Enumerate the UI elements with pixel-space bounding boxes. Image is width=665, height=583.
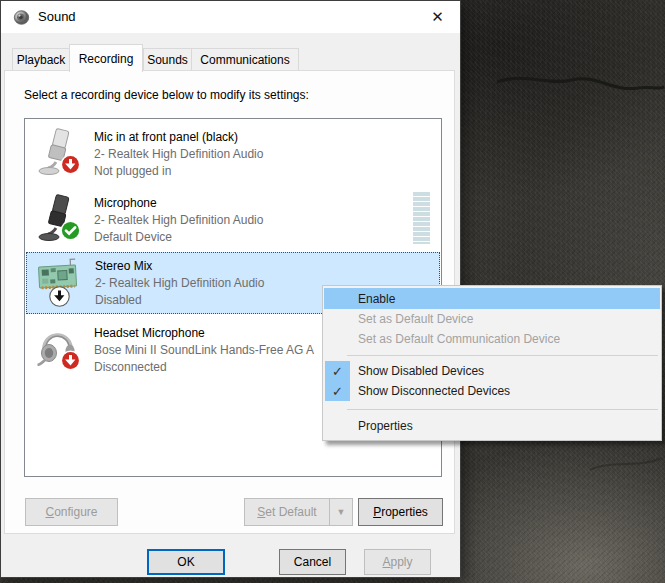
- device-name: Microphone: [94, 196, 157, 210]
- device-description: 2- Realtek High Definition Audio: [94, 147, 263, 161]
- not-plugged-in-badge: [60, 154, 81, 175]
- default-device-badge: [60, 220, 81, 241]
- device-description: Bose Mini II SoundLink Hands-Free AG A: [94, 343, 314, 357]
- microphone-icon: [37, 127, 79, 177]
- menu-item-set-as-default-device[interactable]: Set as Default Device: [324, 309, 660, 329]
- tab-label: Sounds: [147, 53, 188, 67]
- context-menu: Enable Set as Default Device Set as Defa…: [322, 285, 662, 441]
- menu-item-label: Properties: [358, 419, 413, 433]
- menu-item-label: Show Disconnected Devices: [358, 384, 510, 398]
- tab-playback[interactable]: Playback: [12, 48, 70, 71]
- button-label: OK: [177, 555, 194, 569]
- instruction-text: Select a recording device below to modif…: [24, 88, 309, 102]
- screen: Sound ✕ Playback Recording Sounds Commun…: [0, 0, 665, 583]
- headset-icon: [37, 323, 79, 373]
- menu-item-properties[interactable]: Properties: [324, 415, 660, 436]
- device-description: 2- Realtek High Definition Audio: [95, 276, 264, 290]
- menu-item-label: Set as Default Device: [358, 312, 473, 326]
- menu-item-enable[interactable]: Enable: [324, 288, 660, 309]
- check-icon: ✓: [325, 381, 350, 401]
- tab-communications[interactable]: Communications: [191, 48, 299, 71]
- menu-item-label: Set as Default Communication Device: [358, 332, 560, 346]
- set-default-button[interactable]: Set Default: [244, 498, 330, 526]
- device-description: 2- Realtek High Definition Audio: [94, 213, 263, 227]
- menu-item-show-disabled-devices[interactable]: ✓ Show Disabled Devices: [324, 361, 660, 381]
- properties-button[interactable]: Properties: [358, 498, 443, 526]
- close-icon: ✕: [431, 8, 444, 26]
- sound-card-icon: [38, 256, 80, 306]
- disabled-badge: [49, 286, 70, 307]
- disconnected-badge: [60, 350, 81, 371]
- check-icon: ✓: [325, 361, 350, 381]
- title-bar[interactable]: Sound ✕: [1, 1, 460, 33]
- window-title: Sound: [38, 9, 76, 24]
- device-row-microphone[interactable]: Microphone 2- Realtek High Definition Au…: [26, 190, 440, 252]
- ok-button[interactable]: OK: [147, 549, 225, 575]
- device-name: Stereo Mix: [95, 259, 152, 273]
- button-label: Properties: [373, 505, 428, 519]
- menu-separator: [347, 409, 658, 410]
- apply-button[interactable]: Apply: [364, 549, 431, 575]
- close-button[interactable]: ✕: [415, 1, 460, 32]
- button-label: Apply: [382, 555, 412, 569]
- set-default-dropdown-button[interactable]: ▼: [329, 498, 353, 526]
- device-name: Mic in at front panel (black): [94, 130, 238, 144]
- configure-button[interactable]: Configure: [25, 498, 118, 526]
- menu-item-label: Show Disabled Devices: [358, 364, 484, 378]
- tab-label: Recording: [79, 52, 134, 66]
- button-label: Set Default: [257, 505, 316, 519]
- menu-item-show-disconnected-devices[interactable]: ✓ Show Disconnected Devices: [324, 381, 660, 401]
- menu-item-set-as-default-communication-device[interactable]: Set as Default Communication Device: [324, 329, 660, 349]
- device-status: Not plugged in: [94, 164, 171, 178]
- device-status: Default Device: [94, 230, 172, 244]
- microphone-dark-icon: [37, 193, 79, 243]
- device-status: Disabled: [95, 293, 142, 307]
- menu-item-label: Enable: [358, 292, 395, 306]
- tab-label: Communications: [200, 53, 289, 67]
- menu-separator: [347, 355, 658, 356]
- button-label: Configure: [45, 505, 97, 519]
- speaker-icon: [13, 9, 30, 26]
- tab-recording[interactable]: Recording: [69, 44, 143, 72]
- tab-sounds[interactable]: Sounds: [143, 48, 192, 71]
- device-status: Disconnected: [94, 360, 167, 374]
- device-row-mic-front-panel[interactable]: Mic in at front panel (black) 2- Realtek…: [26, 124, 440, 186]
- chevron-down-icon: ▼: [337, 507, 346, 517]
- level-meter: [413, 192, 430, 244]
- cancel-button[interactable]: Cancel: [279, 549, 346, 575]
- device-name: Headset Microphone: [94, 326, 205, 340]
- button-label: Cancel: [294, 555, 331, 569]
- tab-label: Playback: [17, 53, 66, 67]
